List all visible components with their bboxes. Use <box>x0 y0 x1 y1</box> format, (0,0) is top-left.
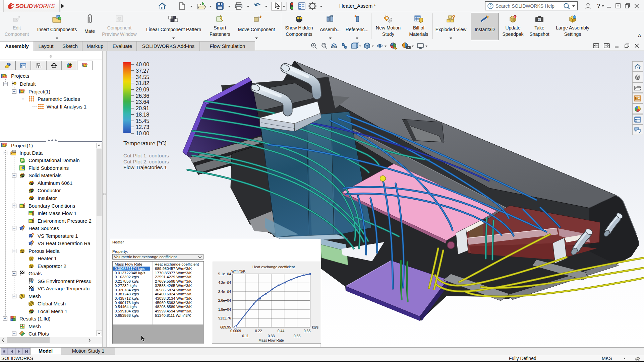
svg-text:kg/s: kg/s <box>312 325 318 329</box>
svg-text:26.36: 26.36 <box>136 93 149 99</box>
svg-text:?: ? <box>597 3 600 9</box>
svg-text:0.55: 0.55 <box>294 334 301 338</box>
svg-text:29.09: 29.09 <box>136 87 149 92</box>
svg-text:23.64: 23.64 <box>136 99 149 105</box>
svg-text:3.4e+04: 3.4e+04 <box>218 290 231 294</box>
svg-text:?: ? <box>489 4 492 8</box>
svg-text:9131.76: 9131.76 <box>218 316 231 320</box>
svg-text:15.45: 15.45 <box>136 118 149 124</box>
svg-text:0.22: 0.22 <box>255 329 262 333</box>
svg-text:0.44: 0.44 <box>278 329 285 333</box>
svg-text:689.95: 689.95 <box>220 325 231 329</box>
svg-text:1.8e+04: 1.8e+04 <box>218 307 231 311</box>
svg-text:Flow Trajectories 1: Flow Trajectories 1 <box>123 164 167 170</box>
svg-text:31.82: 31.82 <box>136 80 149 86</box>
svg-text:0.11: 0.11 <box>242 334 249 338</box>
svg-text:Cut Plot 2: contours: Cut Plot 2: contours <box>123 159 169 164</box>
svg-text:2.6e+04: 2.6e+04 <box>218 298 231 302</box>
svg-text:10.00: 10.00 <box>136 131 149 136</box>
svg-text:Temperature [°C]: Temperature [°C] <box>123 140 167 147</box>
svg-text:34.55: 34.55 <box>136 74 149 80</box>
svg-text:!: ! <box>514 16 515 18</box>
svg-text:12.73: 12.73 <box>136 124 149 130</box>
svg-text:0.65: 0.65 <box>304 329 311 333</box>
svg-text:4.3e+04: 4.3e+04 <box>218 281 231 285</box>
svg-text:SOLID: SOLID <box>15 3 33 9</box>
svg-text:20.91: 20.91 <box>136 105 149 111</box>
svg-text:0.0069: 0.0069 <box>230 329 241 333</box>
svg-text:37.27: 37.27 <box>136 68 149 74</box>
svg-text:18.18: 18.18 <box>136 112 149 118</box>
svg-text:40.00: 40.00 <box>136 62 149 67</box>
svg-text:5.1e+04: 5.1e+04 <box>218 272 231 276</box>
svg-text:WORKS: WORKS <box>33 3 55 9</box>
svg-text:0.33: 0.33 <box>268 334 275 338</box>
svg-text:Mass Flow Rate: Mass Flow Rate <box>258 338 284 342</box>
svg-text:Cut Plot 1: contours: Cut Plot 1: contours <box>123 153 169 158</box>
